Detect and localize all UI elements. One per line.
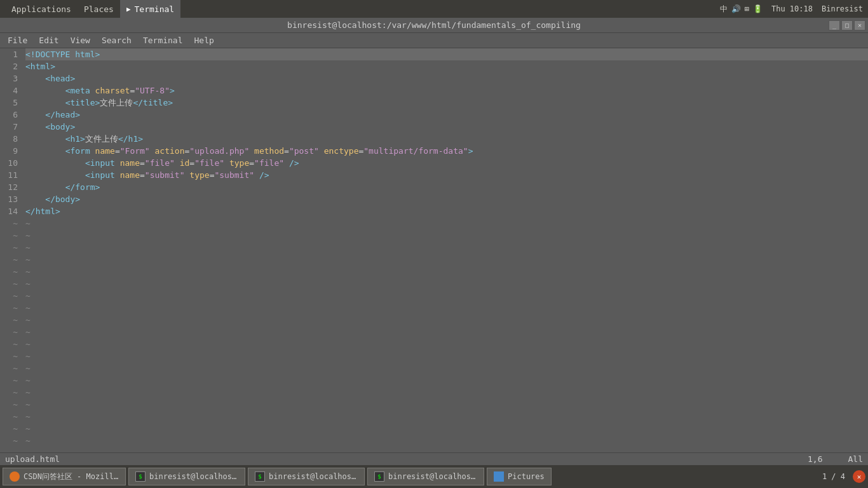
code-area[interactable]: <!DOCTYPE html> <html> <head> <meta char… (23, 48, 868, 452)
ime-icon: 中 (720, 4, 728, 15)
code-line-9: <form name="Form" action="upload.php" me… (25, 145, 868, 157)
ln-tilde-13: ~ (3, 362, 18, 374)
ln-tilde-8: ~ (3, 302, 18, 314)
menu-edit[interactable]: Edit (34, 34, 64, 46)
menu-bar: File Edit View Search Terminal Help (0, 33, 868, 48)
maximize-button[interactable]: □ (841, 20, 853, 30)
battery-icon: 🔋 (753, 4, 763, 13)
ln-tilde-10: ~ (3, 326, 18, 338)
tilde-2: ~ (25, 229, 868, 241)
ln-tilde-2: ~ (3, 229, 18, 241)
taskbar: CSDN问答社区 - Mozilla Firefox $ binresist@l… (0, 465, 868, 488)
ln-tilde-18: ~ (3, 423, 18, 435)
ln-tilde-11: ~ (3, 338, 18, 350)
view-mode: All (848, 454, 863, 464)
code-line-13: </body> (25, 193, 868, 205)
line-numbers: 1 2 3 4 5 6 7 8 9 10 11 12 13 14 ~ ~ ~ ~… (0, 48, 23, 452)
terminal1-icon: $ (135, 471, 146, 482)
minimize-button[interactable]: _ (829, 20, 840, 30)
tilde-12: ~ (25, 350, 868, 362)
editor-area: 1 2 3 4 5 6 7 8 9 10 11 12 13 14 ~ ~ ~ ~… (0, 48, 868, 452)
tilde-8: ~ (25, 302, 868, 314)
terminal2-icon: $ (255, 471, 265, 482)
menu-file[interactable]: File (3, 34, 32, 46)
tilde-16: ~ (25, 398, 868, 410)
taskbar-item-firefox[interactable]: CSDN问答社区 - Mozilla Firefox (3, 468, 126, 485)
ln-13: 13 (3, 193, 18, 205)
code-line-6: </head> (25, 109, 868, 121)
terminal-icon: ▶ (126, 5, 131, 13)
ln-tilde-9: ~ (3, 314, 18, 326)
tilde-20: ~ (25, 447, 868, 452)
ln-tilde-12: ~ (3, 350, 18, 362)
ln-5: 5 (3, 97, 18, 109)
terminal3-label: binresist@localhost:/var/www... (388, 472, 477, 481)
ln-tilde-4: ~ (3, 254, 18, 266)
filename-label: upload.html (5, 454, 60, 464)
ln-12: 12 (3, 181, 18, 193)
status-right: 1,6 All (808, 454, 863, 464)
ln-tilde-17: ~ (3, 410, 18, 423)
taskbar-item-term3[interactable]: $ binresist@localhost:/var/www... (367, 468, 484, 485)
places-menu[interactable]: Places (78, 0, 120, 18)
ln-10: 10 (3, 157, 18, 169)
system-topbar: Applications Places ▶ Terminal 中 🔊 ⊞ 🔋 T… (0, 0, 868, 18)
pictures-icon (494, 471, 504, 482)
ln-7: 7 (3, 121, 18, 133)
ln-11: 11 (3, 169, 18, 181)
places-label: Places (84, 4, 114, 14)
menu-view[interactable]: View (65, 34, 95, 46)
applications-menu[interactable]: Applications (5, 0, 78, 18)
terminal-menu[interactable]: ▶ Terminal (120, 0, 180, 18)
title-bar: binresist@localhost:/var/www/html/fundam… (0, 18, 868, 33)
tilde-9: ~ (25, 314, 868, 326)
code-line-4: <meta charset="UTF-8"> (25, 85, 868, 97)
ln-tilde-16: ~ (3, 398, 18, 410)
tilde-3: ~ (25, 241, 868, 254)
tilde-17: ~ (25, 410, 868, 423)
taskbar-item-term1[interactable]: $ binresist@localhost:/var/www... (128, 468, 245, 485)
topbar-right: 中 🔊 ⊞ 🔋 Thu 10:18 Binresist (720, 4, 863, 15)
ln-8: 8 (3, 133, 18, 145)
tilde-1: ~ (25, 217, 868, 229)
taskbar-item-term2[interactable]: $ binresist@localhost:/var/www... (248, 468, 365, 485)
code-line-5: <title>文件上传</title> (25, 97, 868, 109)
code-line-1: <!DOCTYPE html> (25, 48, 868, 60)
tilde-13: ~ (25, 362, 868, 374)
code-line-7: <body> (25, 121, 868, 133)
tilde-4: ~ (25, 254, 868, 266)
tilde-6: ~ (25, 278, 868, 290)
menu-search[interactable]: Search (97, 34, 137, 46)
code-line-8: <h1>文件上传</h1> (25, 133, 868, 145)
close-button[interactable]: ✕ (854, 20, 865, 30)
task-close-button[interactable]: ✕ (853, 470, 865, 483)
cursor-position: 1,6 (808, 454, 822, 464)
firefox-icon (10, 471, 20, 482)
ln-tilde-15: ~ (3, 386, 18, 398)
ln-4: 4 (3, 85, 18, 97)
taskbar-item-pictures[interactable]: Pictures (487, 468, 552, 485)
ln-tilde-1: ~ (3, 217, 18, 229)
menu-help[interactable]: Help (189, 34, 219, 46)
tilde-11: ~ (25, 338, 868, 350)
tilde-18: ~ (25, 423, 868, 435)
code-line-10: <input name="file" id="file" type="file"… (25, 157, 868, 169)
user-label: Binresist (822, 4, 863, 13)
ln-2: 2 (3, 60, 18, 72)
terminal3-icon: $ (374, 471, 384, 482)
ln-tilde-20: ~ (3, 447, 18, 452)
tilde-15: ~ (25, 386, 868, 398)
code-line-2: <html> (25, 60, 868, 72)
terminal2-label: binresist@localhost:/var/www... (269, 472, 358, 481)
terminal-label: Terminal (135, 4, 175, 14)
firefox-label: CSDN问答社区 - Mozilla Firefox (24, 471, 119, 482)
terminal1-label: binresist@localhost:/var/www... (149, 472, 238, 481)
code-line-11: <input name="submit" type="submit" /> (25, 169, 868, 181)
window-controls: _ □ ✕ (829, 20, 865, 30)
applications-label: Applications (11, 4, 71, 14)
ln-9: 9 (3, 145, 18, 157)
ln-6: 6 (3, 109, 18, 121)
menu-terminal[interactable]: Terminal (138, 34, 188, 46)
ln-tilde-5: ~ (3, 266, 18, 278)
ln-tilde-3: ~ (3, 241, 18, 254)
